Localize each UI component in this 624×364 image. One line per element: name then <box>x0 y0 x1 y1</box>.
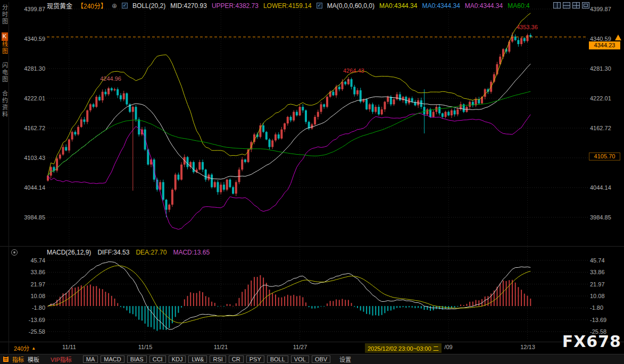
macd-settings-icon[interactable] <box>11 249 18 256</box>
window-controls <box>553 2 589 9</box>
indicator-button-macd[interactable]: MACD <box>101 355 124 363</box>
panel-divider <box>0 246 624 247</box>
indicator-button-kdj[interactable]: KDJ <box>169 355 186 363</box>
ma-params: MA(0,0,0,60,0,0) <box>327 2 375 10</box>
indicator-menu-icon[interactable] <box>3 357 9 362</box>
maximize-icon[interactable] <box>582 2 589 9</box>
price-axis-label: 4103.43 <box>19 155 45 161</box>
ma-value: MA0:4344.34 <box>379 2 417 10</box>
price-axis-label: 4399.87 <box>590 6 623 12</box>
price-axis-label: 4222.01 <box>590 95 623 101</box>
indicator-button-lw[interactable]: LW& <box>188 355 207 363</box>
svg-text:+: + <box>347 78 350 83</box>
split-rows-icon[interactable] <box>563 2 570 9</box>
boll-lower-value: LOWER:4159.14 <box>263 2 312 10</box>
sidebar: 分时图K线图闪电图合约资料 <box>0 2 9 353</box>
candlestick-chart[interactable]: 4244.96+4264.43+4353.36+ <box>0 0 624 364</box>
last-price-tag: 4344.23 <box>589 41 620 49</box>
price-axis-label: 4281.30 <box>19 65 45 72</box>
svg-text:+: + <box>511 33 513 38</box>
x-axis-label: 12/13 <box>511 344 545 350</box>
diff-line <box>48 262 530 329</box>
candles[interactable] <box>47 32 531 217</box>
price-axis-label: 4044.14 <box>590 184 623 191</box>
ma60-line <box>48 91 530 175</box>
macd-axis-label: 45.74 <box>590 257 623 264</box>
x-axis-label: 11/15 <box>128 344 162 350</box>
price-axis-label: 4044.14 <box>19 184 45 191</box>
price-axis-label: 4222.01 <box>19 95 45 101</box>
macd-macd-value: MACD:13.65 <box>173 249 210 256</box>
chart-header: 现货黄金 【240分】 ⊕ ✓ BOLL(20,2) MID:4270.93 U… <box>47 2 530 10</box>
secondary-price-tag: 4105.70 <box>589 153 620 160</box>
indicator-button-bias[interactable]: BIAS <box>127 355 147 363</box>
indicator-button-psy[interactable]: PSY <box>246 355 264 363</box>
trading-terminal: 4244.96+4264.43+4353.36+ 分时图K线图闪电图合约资料 现… <box>0 0 624 364</box>
sidebar-tab-3[interactable]: 闪电图 <box>1 62 9 83</box>
boll-params: BOLL(20,2) <box>132 2 165 10</box>
macd-dea-value: DEA:27.70 <box>136 249 167 256</box>
price-axis-label: 4162.72 <box>19 125 45 131</box>
macd-axis-label: -13.69 <box>19 317 45 323</box>
price-axis-label: 4340.59 <box>19 36 45 42</box>
tab-indicators[interactable]: 指标 <box>12 355 24 363</box>
indicator-button-rsi[interactable]: RSI <box>210 355 226 363</box>
time-axis: 240分 ▲ 2025/12/02 23:00~03:00 二 11/1111/… <box>0 343 624 353</box>
timeframe-selector[interactable]: 240分 ▲ <box>14 344 36 352</box>
circled-plus-icon[interactable]: ⊕ <box>112 2 117 10</box>
right-price-axis: 4399.874340.594281.304222.014162.724044.… <box>590 0 623 353</box>
split-columns-icon[interactable] <box>553 2 561 9</box>
ma-checkbox-icon[interactable]: ✓ <box>317 3 322 9</box>
boll-upper-value: UPPER:4382.73 <box>212 2 259 10</box>
macd-axis-label: -1.80 <box>590 304 623 311</box>
macd-axis-label: 21.97 <box>19 281 45 287</box>
boll-mid-value: MID:4270.93 <box>170 2 207 10</box>
watermark: FX678 <box>562 332 621 351</box>
symbol-name: 现货黄金 <box>47 1 72 10</box>
price-axis-label: 3984.85 <box>19 214 45 221</box>
svg-text:+: + <box>107 87 110 92</box>
macd-axis-label: 33.86 <box>19 269 45 275</box>
price-axis-label: 4399.87 <box>19 6 45 12</box>
axis-divider <box>0 342 624 342</box>
svg-text:4244.96: 4244.96 <box>100 75 121 82</box>
macd-axis-label: 45.74 <box>19 257 45 264</box>
sidebar-tab-2[interactable]: K线图 <box>1 32 9 55</box>
timeframe-text: 240分 <box>14 344 29 352</box>
svg-text:4353.36: 4353.36 <box>517 24 538 30</box>
left-price-axis: 4399.874340.594281.304222.014162.724103.… <box>19 0 45 353</box>
macd-header: MACD(26,12,9) DIFF:34.53 DEA:27.70 MACD:… <box>47 249 210 256</box>
boll-lower-line <box>48 113 530 229</box>
price-annotations: 4244.96+4264.43+4353.36+ <box>100 24 538 92</box>
indicator-button-boll[interactable]: BOLL <box>267 355 288 363</box>
sidebar-tab-4[interactable]: 合约资料 <box>1 90 9 118</box>
x-axis-label: /09 <box>431 344 465 350</box>
indicator-button-vol[interactable]: VOL <box>291 355 309 363</box>
macd-axis-label: -13.69 <box>590 317 623 323</box>
svg-text:4264.43: 4264.43 <box>343 67 364 74</box>
indicator-button-cci[interactable]: CCI <box>149 355 166 363</box>
grid-layout-icon[interactable] <box>572 2 580 9</box>
crosshair-date-tooltip: 2025/12/02 23:00~03:00 二 <box>365 343 442 353</box>
indicator-button-obv[interactable]: OBV <box>312 355 330 363</box>
macd-axis-label: 10.08 <box>590 293 623 299</box>
x-axis-label: 11/11 <box>52 344 86 350</box>
macd-axis-label: -25.58 <box>19 328 45 335</box>
triangle-up-icon: ▲ <box>31 346 36 351</box>
x-axis-label: 11/21 <box>204 344 238 350</box>
macd-axis-label: 10.08 <box>19 293 45 299</box>
ma-value: MA0:4344.34 <box>422 2 460 10</box>
price-axis-label: 4281.30 <box>590 65 623 72</box>
ma-value: MA0:4344.34 <box>465 2 503 10</box>
sidebar-tab-1[interactable]: 分时图 <box>1 4 9 25</box>
macd-panel[interactable] <box>47 262 531 331</box>
tab-vip-indicators[interactable]: VIP指标 <box>51 355 72 363</box>
macd-diff-value: DIFF:34.53 <box>97 249 129 256</box>
indicator-button-cr[interactable]: CR <box>229 355 244 363</box>
timeframe-label[interactable]: 【240分】 <box>77 1 107 10</box>
indicator-button-ma[interactable]: MA <box>83 355 98 363</box>
boll-checkbox-icon[interactable]: ✓ <box>122 3 128 9</box>
tab-template[interactable]: 模板 <box>28 355 39 363</box>
settings-button[interactable]: 设置 <box>339 355 351 363</box>
price-axis-label: 4162.72 <box>590 125 623 131</box>
